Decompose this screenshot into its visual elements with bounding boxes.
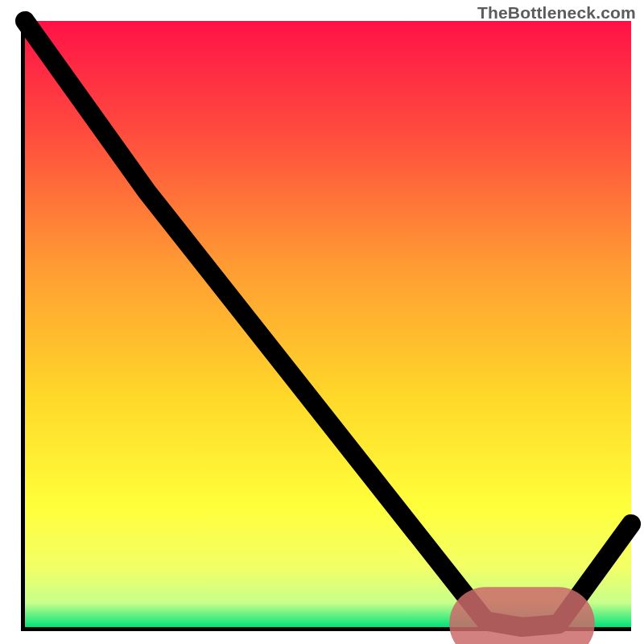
plot-area bbox=[21, 21, 631, 631]
attribution-text: TheBottleneck.com bbox=[477, 3, 636, 23]
curve-layer bbox=[25, 21, 631, 627]
bottleneck-curve bbox=[25, 21, 631, 627]
chart-frame: TheBottleneck.com bbox=[0, 0, 644, 644]
